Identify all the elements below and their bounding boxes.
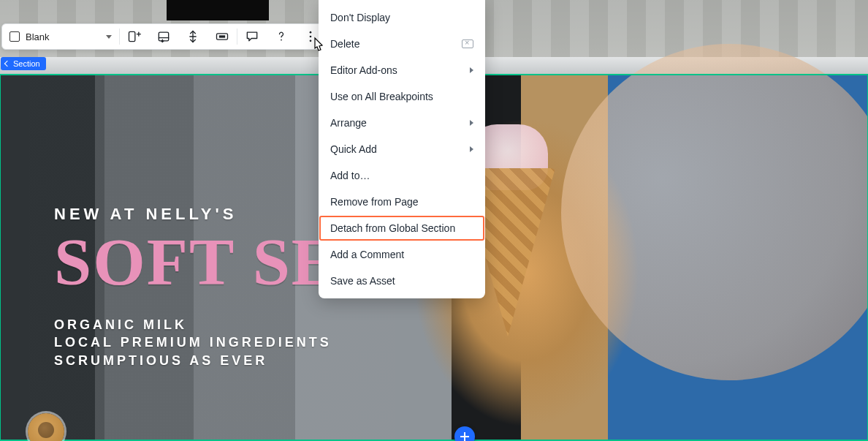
svg-point-6 [281,39,282,41]
add-column-icon [127,29,142,44]
hero-bullets: ORGANIC MILK LOCAL PREMIUM INGREDIENTS S… [54,316,481,369]
section-dropdown-label: Blank [26,31,100,42]
add-column-button[interactable] [120,23,149,50]
background-blackbox [167,0,269,20]
menu-item-label: Don't Display [330,12,390,23]
svg-rect-5 [219,35,225,37]
menu-item-quick-add[interactable]: Quick Add [319,136,485,162]
menu-item-delete[interactable]: Delete [319,31,485,57]
more-icon [303,29,318,44]
menu-item-label: Quick Add [330,143,377,155]
delete-shortcut-icon [462,39,473,48]
duplicate-section-icon [156,29,171,44]
duplicate-section-button[interactable] [149,23,178,50]
section-dropdown[interactable]: Blank [2,24,119,49]
menu-item-label: Arrange [330,117,367,129]
chevron-left-icon [5,61,11,67]
full-width-icon [215,29,229,44]
chevron-right-icon [470,146,473,152]
context-menu: Don't Display Delete Editor Add-ons Use … [319,0,485,298]
section-tag-label: Section [13,59,40,68]
chevron-down-icon [106,35,112,39]
comment-icon [245,29,259,44]
menu-item-label: Delete [330,38,359,50]
menu-item-label: Save as Asset [330,275,395,287]
menu-item-arrange[interactable]: Arrange [319,110,485,136]
menu-item-label: Use on All Breakpoints [330,91,433,102]
section-square-icon [9,31,20,42]
svg-point-9 [310,40,312,42]
menu-item-dont-display[interactable]: Don't Display [319,4,485,31]
menu-item-label: Add to… [330,170,370,181]
chevron-right-icon [470,120,473,126]
svg-point-8 [310,36,312,38]
hero-bullet-3: SCRUMPTIOUS AS EVER [54,352,481,369]
svg-point-7 [310,31,312,34]
menu-item-label: Add a Comment [330,249,404,260]
menu-item-label: Remove from Page [330,196,419,208]
chevron-right-icon [470,67,473,73]
menu-item-remove-from-page[interactable]: Remove from Page [319,189,485,215]
menu-item-add-comment[interactable]: Add a Comment [319,241,485,268]
editor-canvas: Section Blank [0,0,868,441]
menu-item-label: Detach from Global Section [330,222,455,234]
hero-bullet-2: LOCAL PREMIUM INGREDIENTS [54,333,481,351]
menu-item-add-to[interactable]: Add to… [319,162,485,189]
menu-item-detach-global-section[interactable]: Detach from Global Section [319,215,485,241]
svg-rect-0 [129,31,135,41]
comment-button[interactable] [237,23,267,50]
help-icon [274,29,289,44]
help-button[interactable] [267,23,296,50]
menu-item-editor-addons[interactable]: Editor Add-ons [319,57,485,83]
menu-item-label: Editor Add-ons [330,64,397,76]
full-width-button[interactable] [208,23,237,50]
svg-rect-3 [159,32,168,41]
menu-item-save-as-asset[interactable]: Save as Asset [319,268,485,294]
hero-bullet-1: ORGANIC MILK [54,316,481,333]
add-section-button[interactable] [454,426,475,441]
plus-icon [460,432,469,441]
section-tag[interactable]: Section [1,57,46,70]
vertical-align-button[interactable] [178,23,208,50]
section-toolbar: Blank [1,23,326,50]
menu-item-use-all-breakpoints[interactable]: Use on All Breakpoints [319,83,485,110]
vertical-align-icon [186,29,200,44]
